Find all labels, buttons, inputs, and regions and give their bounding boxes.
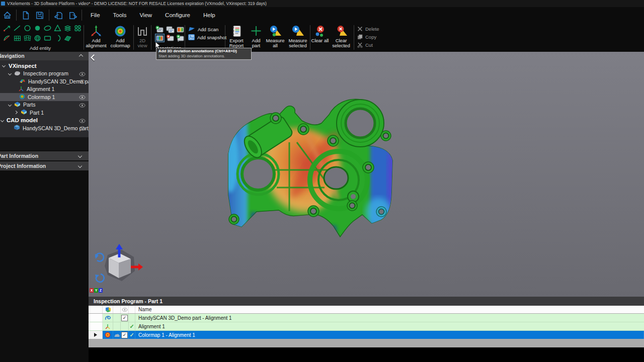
tree-item-alignment-1[interactable]: Alignment 1: [0, 85, 89, 94]
tree-item-inspection-program[interactable]: Inspection program: [0, 70, 89, 78]
expander-icon[interactable]: [1, 119, 4, 122]
clear-all-button[interactable]: Clear all: [311, 25, 329, 43]
row-name[interactable]: HandySCAN 3D_Demo part - Alignment 1: [135, 314, 644, 322]
expand-down-icon[interactable]: [78, 153, 82, 157]
2d-view-button[interactable]: 2D view: [135, 25, 150, 48]
visibility-eye-icon[interactable]: [79, 103, 86, 109]
expander-icon[interactable]: [14, 111, 18, 114]
entity-line-icon[interactable]: [13, 25, 22, 34]
entity-points-grid-icon[interactable]: [73, 25, 82, 34]
row-selector-header: [89, 306, 103, 313]
colormap-3d-part[interactable]: [221, 95, 400, 241]
visibility-eye-icon[interactable]: [79, 71, 86, 77]
visibility-eye-icon[interactable]: [79, 79, 86, 85]
copy-button[interactable]: Copy: [357, 34, 376, 40]
add-colormap-button[interactable]: Add colormap: [109, 25, 132, 48]
annotation-list-icon[interactable]: [166, 26, 175, 33]
view-navigation-cube[interactable]: [91, 244, 143, 287]
expand-down-icon[interactable]: [78, 163, 82, 167]
add-3d-deviation-annotations-icon[interactable]: [155, 34, 164, 42]
entity-grid-icon[interactable]: [13, 35, 22, 44]
remove-annotation-icon[interactable]: [166, 34, 175, 42]
entity-axis-icon[interactable]: [3, 25, 12, 34]
add-scan-button[interactable]: Add Scan: [188, 26, 218, 32]
colormap-icon: [19, 94, 25, 101]
inspection-program-icon: [14, 70, 21, 77]
row-name[interactable]: Alignment 1: [135, 322, 644, 330]
tree-item-part-1[interactable]: Part 1: [0, 109, 89, 117]
entity-surface-icon[interactable]: [63, 35, 72, 44]
expander-icon[interactable]: [2, 64, 6, 67]
part-information-header[interactable]: Part Information: [0, 151, 89, 160]
row-name[interactable]: Colormap 1 - Alignment 1: [135, 331, 644, 339]
measure-all-label: Measure all: [265, 38, 285, 48]
tree-item-parts[interactable]: Parts: [0, 101, 89, 109]
visibility-eye-icon[interactable]: [79, 126, 86, 132]
clear-selected-button[interactable]: Clear selected: [330, 25, 352, 48]
add-part-button[interactable]: Add part: [248, 25, 264, 48]
new-file-icon[interactable]: [19, 9, 33, 21]
entity-warped-grid-icon[interactable]: [23, 35, 32, 44]
row-selector[interactable]: [89, 322, 103, 330]
visibility-eye-icon[interactable]: [79, 95, 86, 101]
import-session-icon[interactable]: [51, 9, 65, 21]
3d-viewport[interactable]: X Y Z: [89, 52, 644, 297]
export-session-icon[interactable]: [65, 9, 79, 21]
entity-ellipse-icon[interactable]: [43, 25, 52, 34]
home-icon[interactable]: [0, 9, 14, 21]
visibility-checkbox[interactable]: ✓: [121, 331, 129, 339]
annotation-color-icon[interactable]: [176, 26, 185, 33]
entity-circle-icon[interactable]: [23, 25, 32, 34]
tree-item-cad-handyscan-part[interactable]: HandySCAN 3D_Demo part_C: [0, 124, 89, 132]
visibility-eye-icon[interactable]: [79, 118, 86, 124]
name-column-header[interactable]: Name: [135, 306, 644, 313]
tree-item-colormap-1[interactable]: Colormap 1: [0, 93, 89, 101]
save-icon[interactable]: [33, 9, 47, 21]
menu-help[interactable]: Help: [197, 8, 222, 23]
menu-view[interactable]: View: [133, 8, 158, 23]
menu-configure[interactable]: Configure: [158, 8, 197, 23]
entity-point-icon[interactable]: [33, 25, 42, 34]
tree-item-vxinspect[interactable]: VXinspect: [0, 62, 89, 70]
menu-tools[interactable]: Tools: [107, 8, 133, 23]
part-icon: [21, 109, 27, 116]
row-selector[interactable]: [89, 314, 103, 322]
table-row-colormap-selected[interactable]: ✓ ✓ Colormap 1 - Alignment 1: [89, 331, 644, 339]
axis-toggle[interactable]: X Y Z: [90, 288, 103, 293]
z-axis-badge[interactable]: Z: [99, 288, 103, 293]
menu-file[interactable]: File: [84, 8, 107, 23]
add-annotation-icon[interactable]: [155, 26, 164, 33]
entity-arc-icon[interactable]: [3, 35, 12, 44]
project-information-header[interactable]: Project Information: [0, 161, 89, 170]
navigation-header[interactable]: Navigation: [0, 52, 89, 60]
collapse-sidebar-icon[interactable]: [91, 54, 97, 61]
plus-icon: [248, 25, 264, 38]
collapse-up-icon[interactable]: [79, 54, 83, 58]
expander-icon[interactable]: [8, 72, 12, 75]
add-alignment-button[interactable]: Add alignment: [85, 25, 108, 48]
expander-icon[interactable]: [8, 103, 12, 107]
entity-layers-icon[interactable]: [63, 25, 72, 34]
measure-selected-button[interactable]: Measure selected: [287, 25, 309, 48]
table-row-handyscan[interactable]: ✓ HandySCAN 3D_Demo part - Alignment 1: [89, 314, 644, 322]
tree-label: Inspection program: [23, 70, 68, 76]
table-row-alignment[interactable]: ✓ Alignment 1: [89, 322, 644, 331]
entity-sphere-grid-icon[interactable]: [33, 35, 42, 44]
entity-curve-icon[interactable]: [53, 35, 62, 44]
entity-rectangle-icon[interactable]: [43, 35, 52, 44]
add-snapshot-button[interactable]: Add snapshot: [188, 34, 226, 40]
x-axis-badge[interactable]: X: [90, 288, 94, 293]
toolbar: Add entity Add alignment Add colormap 2D…: [0, 23, 644, 52]
entity-cone-icon[interactable]: [53, 25, 62, 34]
add-note-annotation-icon[interactable]: [176, 34, 185, 42]
tree-item-handyscan-demo-part[interactable]: HandySCAN 3D_Demo pa: [0, 77, 89, 85]
cut-button[interactable]: Cut: [357, 42, 373, 48]
tree-item-cad-model[interactable]: CAD model: [0, 117, 89, 125]
cloud-icon: [113, 331, 121, 339]
y-axis-badge[interactable]: Y: [94, 288, 98, 293]
export-report-button[interactable]: Export Report: [226, 25, 247, 48]
delete-button[interactable]: Delete: [357, 26, 379, 32]
current-row-marker[interactable]: [89, 331, 103, 339]
visibility-checkbox[interactable]: ✓: [121, 314, 129, 322]
measure-all-button[interactable]: Measure all: [265, 25, 285, 48]
